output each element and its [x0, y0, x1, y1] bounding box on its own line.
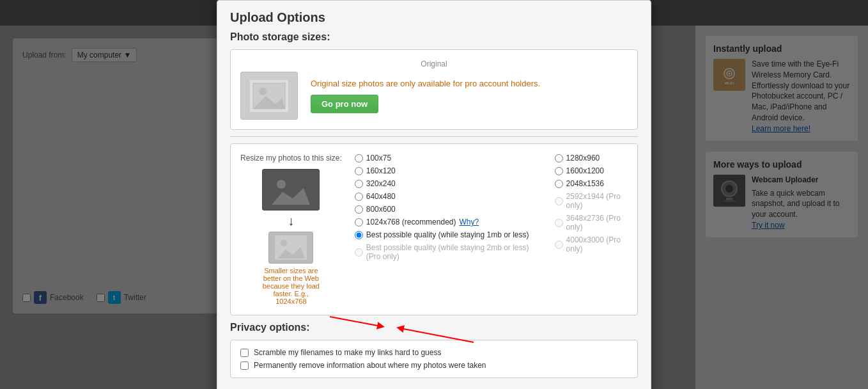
radio-input-2592x1944[interactable] — [555, 197, 563, 205]
radio-100x75: 100x75 — [355, 154, 536, 163]
radio-input-1024x768[interactable] — [355, 218, 363, 226]
resize-image-large — [262, 169, 320, 210]
privacy-box: Scramble my filenames to make my links h… — [230, 340, 638, 378]
radio-input-160x120[interactable] — [355, 167, 363, 175]
modal-overlay: Upload Options Photo storage sizes: Orig… — [0, 0, 868, 389]
radio-160x120: 160x120 — [355, 166, 536, 175]
radio-input-640x480[interactable] — [355, 193, 363, 201]
radio-1280x960: 1280x960 — [555, 154, 628, 163]
original-content: Original size photos are only available … — [240, 72, 628, 120]
privacy-section-title: Privacy options: — [230, 322, 638, 333]
storage-section-title: Photo storage sizes: — [230, 31, 638, 43]
radio-col-1: 100x75 160x120 320x240 — [355, 154, 536, 305]
radio-2592x1944: 2592x1944 (Pro only) — [555, 192, 628, 210]
scramble-checkbox[interactable] — [240, 349, 249, 357]
resize-content: Resize my photos to this size: ↓ — [240, 154, 628, 305]
radio-4000x3000: 4000x3000 (Pro only) — [555, 235, 628, 253]
radio-label-320x240: 320x240 — [366, 179, 396, 188]
radio-label-best-2mb: Best possible quality (while staying 2mb… — [366, 243, 536, 261]
modal-body: Photo storage sizes: Original — [217, 31, 651, 389]
smaller-sizes-text: Smaller sizes are better on the Web beca… — [259, 267, 323, 305]
resize-box: Resize my photos to this size: ↓ — [230, 143, 638, 315]
radio-label-2592x1944: 2592x1944 (Pro only) — [566, 192, 628, 210]
radio-input-100x75[interactable] — [355, 154, 363, 163]
svg-point-12 — [259, 88, 267, 95]
remove-location-label: Permanently remove information about whe… — [254, 361, 486, 370]
radio-label-160x120: 160x120 — [366, 166, 396, 175]
radio-input-best-2mb[interactable] — [355, 248, 363, 257]
radio-label-4000x3000: 4000x3000 (Pro only) — [566, 235, 628, 253]
radio-input-800x600[interactable] — [355, 205, 363, 214]
radio-label-640x480: 640x480 — [366, 192, 396, 201]
resize-arrow-down: ↓ — [288, 214, 294, 228]
radio-input-best-1mb[interactable] — [355, 231, 363, 239]
pro-notice-area: Original size photos are only available … — [311, 79, 540, 113]
radio-800x600: 800x600 — [355, 205, 536, 214]
why-link[interactable]: Why? — [459, 218, 479, 226]
radio-input-1280x960[interactable] — [555, 154, 563, 163]
radio-label-best-1mb: Best possible quality (while staying 1mb… — [366, 230, 529, 239]
radio-1600x1200: 1600x1200 — [555, 166, 628, 175]
modal-title: Upload Options — [217, 1, 651, 31]
radio-input-4000x3000[interactable] — [555, 241, 563, 249]
svg-point-18 — [281, 240, 287, 246]
radio-label-3648x2736: 3648x2736 (Pro only) — [566, 214, 628, 232]
privacy-option-2: Permanently remove information about whe… — [240, 361, 628, 370]
radio-1024x768: 1024x768 (recommended) Why? — [355, 218, 536, 226]
radio-best-1mb: Best possible quality (while staying 1mb… — [355, 230, 536, 239]
remove-location-checkbox[interactable] — [240, 361, 249, 370]
radio-label-100x75: 100x75 — [366, 154, 391, 163]
resize-left: Resize my photos to this size: ↓ — [240, 154, 342, 305]
radio-best-2mb: Best possible quality (while staying 2mb… — [355, 243, 536, 261]
storage-box: Original Original size photos are only a… — [230, 49, 638, 130]
radio-label-2048x1536: 2048x1536 — [566, 179, 604, 188]
radio-label-1024x768: 1024x768 (recommended) — [366, 218, 456, 226]
resize-label: Resize my photos to this size: — [240, 154, 342, 163]
radio-input-2048x1536[interactable] — [555, 180, 563, 188]
radio-col-2: 1280x960 1600x1200 2048x1536 — [555, 154, 628, 305]
original-image-placeholder — [240, 72, 298, 120]
radio-label-1280x960: 1280x960 — [566, 154, 600, 163]
radio-320x240: 320x240 — [355, 179, 536, 188]
radio-input-3648x2736[interactable] — [555, 219, 563, 227]
radio-label-800x600: 800x600 — [366, 205, 396, 214]
go-pro-button[interactable]: Go pro now — [311, 95, 378, 113]
radio-input-1600x1200[interactable] — [555, 167, 563, 175]
radio-label-1600x1200: 1600x1200 — [566, 166, 604, 175]
radio-columns: 100x75 160x120 320x240 — [355, 154, 628, 305]
upload-options-modal: Upload Options Photo storage sizes: Orig… — [217, 0, 651, 389]
resize-image-small — [268, 232, 313, 264]
radio-input-320x240[interactable] — [355, 180, 363, 188]
scramble-label: Scramble my filenames to make my links h… — [254, 348, 441, 357]
privacy-option-1: Scramble my filenames to make my links h… — [240, 348, 628, 357]
radio-640x480: 640x480 — [355, 192, 536, 201]
section-divider — [230, 136, 638, 137]
svg-point-15 — [277, 180, 286, 189]
radio-2048x1536: 2048x1536 — [555, 179, 628, 188]
original-label: Original — [240, 60, 628, 68]
radio-3648x2736: 3648x2736 (Pro only) — [555, 214, 628, 232]
pro-notice-text: Original size photos are only available … — [311, 79, 540, 88]
